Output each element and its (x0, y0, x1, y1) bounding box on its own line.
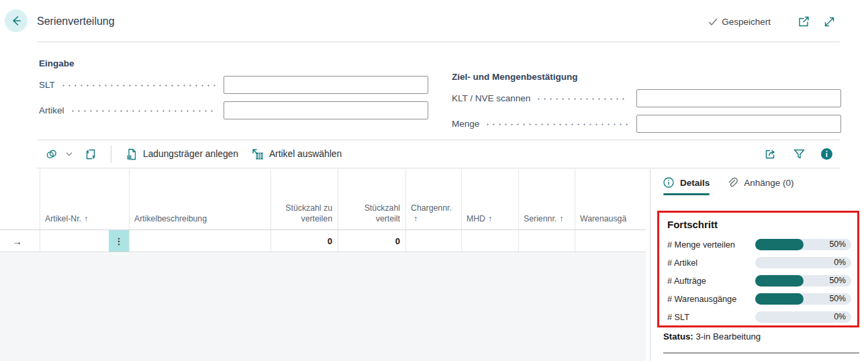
progress-row-menge-verteilen: # Menge verteilen 50% (667, 239, 851, 250)
progress-label: # SLT (667, 313, 755, 322)
progress-fill (755, 293, 804, 305)
filter-icon[interactable] (793, 148, 806, 160)
progress-percent: 50% (829, 275, 846, 287)
artikel-auswaehlen-button[interactable]: Artikel auswählen (252, 148, 342, 160)
chevron-down-icon (66, 152, 73, 156)
progress-label: # Aufträge (667, 276, 755, 286)
tab-label: Details (680, 178, 710, 188)
field-row-menge: Menge (452, 115, 841, 133)
column-header-stueckzahl-verteilt[interactable]: Stückzahl verteilt (338, 169, 405, 229)
fortschritt-section-annotation-highlight: Fortschritt # Menge verteilen 50% # Arti… (657, 211, 859, 327)
tab-label: Anhänge (0) (744, 178, 793, 188)
field-row-slt: SLT (39, 76, 428, 94)
field-label-menge: Menge (452, 119, 479, 129)
toolbar-separator (111, 146, 111, 163)
progress-label: # Artikel (667, 258, 755, 268)
progress-percent: 50% (829, 239, 846, 250)
details-factbox: Details Anhänge (0) Fortschritt # Menge … (650, 169, 868, 361)
dotted-leader (485, 123, 628, 125)
progress-label: # Menge verteilen (667, 240, 755, 250)
edit-list-button[interactable] (85, 148, 97, 160)
form-group-ziel-menge: Ziel- und Mengenbestätigung KLT / NVE sc… (452, 72, 841, 133)
back-button[interactable] (5, 9, 28, 32)
dotted-leader (70, 110, 215, 112)
check-icon (708, 18, 718, 26)
status-value: 3-in Bearbeitung (695, 331, 761, 342)
progress-percent: 50% (829, 293, 846, 305)
dotted-leader (536, 98, 628, 100)
save-status-label: Gespeichert (722, 17, 771, 27)
progress-fill (755, 239, 804, 250)
field-label-klt-nve: KLT / NVE scannen (452, 93, 530, 103)
ladungstraeger-anlegen-button[interactable]: Ladungsträger anlegen (126, 148, 238, 160)
progress-row-auftraege: # Aufträge 50% (667, 275, 851, 287)
action-toolbar: Ladungsträger anlegen Artikel auswählen (37, 140, 840, 168)
menge-input[interactable] (636, 115, 841, 133)
group-title-ziel-menge: Ziel- und Mengenbestätigung (452, 72, 841, 82)
factbox-tabs: Details Anhänge (0) (663, 177, 794, 195)
header-divider (37, 42, 840, 42)
pane-bottom-divider (663, 352, 859, 354)
progress-bar: 0% (755, 257, 851, 268)
info-circle-icon (663, 177, 674, 188)
progress-bar: 0% (755, 311, 851, 323)
field-row-artikel: Artikel (39, 101, 428, 119)
field-label-artikel: Artikel (39, 105, 64, 115)
row-indicator-cell: → (0, 230, 40, 252)
items-table: Artikel-Nr.↑ Artikelbeschreibung Stückza… (0, 169, 646, 252)
save-status: Gespeichert (708, 17, 771, 27)
tab-anhaenge[interactable]: Anhänge (0) (727, 177, 793, 195)
sort-asc-icon: ↑ (84, 214, 88, 223)
edit-list-icon (85, 148, 97, 160)
cell-artikel-nr[interactable]: ⋮ (40, 230, 129, 252)
views-menu-button[interactable] (46, 148, 73, 160)
column-header-warenausgaenge[interactable]: Warenausgä (575, 169, 646, 229)
row-context-menu-button[interactable]: ⋮ (109, 230, 129, 252)
document-plus-icon (126, 148, 138, 160)
progress-percent: 0% (834, 311, 846, 323)
progress-bar: 50% (755, 275, 851, 287)
artikel-input[interactable] (224, 101, 428, 119)
klt-nve-input[interactable] (636, 89, 841, 107)
cell-artikelbeschreibung[interactable] (129, 230, 271, 252)
cell-mhd[interactable] (461, 230, 518, 252)
views-icon (46, 148, 58, 160)
info-icon[interactable] (820, 148, 833, 160)
progress-row-slt: # SLT 0% (667, 311, 851, 323)
fortschritt-title: Fortschritt (667, 219, 851, 230)
open-in-window-icon[interactable] (798, 15, 810, 28)
column-header-stueckzahl-zu-verteilen[interactable]: Stückzahl zu verteilen (271, 169, 338, 229)
sort-asc-icon: ↑ (488, 214, 492, 223)
page-title: Serienverteilung (37, 15, 115, 28)
fit-to-window-icon[interactable] (823, 15, 836, 28)
cell-stueckzahl-zu-verteilen[interactable]: 0 (271, 230, 338, 252)
column-header-artikel-nr[interactable]: Artikel-Nr.↑ (40, 169, 129, 229)
active-row-arrow-icon: → (5, 236, 22, 247)
progress-fill (755, 275, 804, 287)
progress-bar: 50% (755, 239, 851, 250)
progress-bar: 50% (755, 293, 851, 305)
column-header-chargennr[interactable]: Chargennr. ↑ (405, 169, 461, 229)
cell-seriennr[interactable] (518, 230, 575, 252)
table-select-icon (252, 148, 264, 160)
button-label: Ladungsträger anlegen (143, 149, 238, 159)
group-title-eingabe: Eingabe (39, 58, 428, 68)
slt-input[interactable] (224, 76, 428, 94)
share-icon[interactable] (764, 148, 778, 160)
form-group-eingabe: Eingabe SLT Artikel (39, 58, 428, 119)
table-header-row: Artikel-Nr.↑ Artikelbeschreibung Stückza… (0, 169, 646, 230)
progress-percent: 0% (834, 257, 846, 268)
back-arrow-icon (9, 14, 23, 28)
cell-warenausgaenge[interactable] (575, 230, 646, 252)
column-header-seriennr[interactable]: Seriennr.↑ (518, 169, 575, 229)
table-empty-area (0, 253, 646, 361)
cell-stueckzahl-verteilt[interactable]: 0 (338, 230, 405, 252)
column-header-artikelbeschreibung[interactable]: Artikelbeschreibung (129, 169, 271, 229)
progress-label: # Warenausgänge (667, 295, 755, 304)
table-row: → ⋮ 0 0 (0, 230, 646, 252)
progress-row-artikel: # Artikel 0% (667, 257, 851, 268)
cell-chargennr[interactable] (405, 230, 461, 252)
column-header-mhd[interactable]: MHD↑ (461, 169, 518, 229)
tab-details[interactable]: Details (663, 177, 710, 195)
status-line: Status: 3-in Bearbeitung (663, 331, 761, 342)
